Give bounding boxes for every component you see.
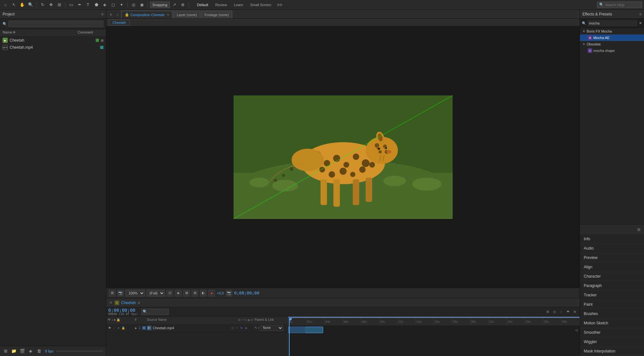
tab-layer[interactable]: Layer (none) — [173, 11, 200, 18]
project-new-icon[interactable]: ⊞ — [2, 348, 9, 355]
panel-item-paint[interactable]: Paint — [580, 300, 644, 309]
project-search-input[interactable] — [8, 21, 103, 27]
rotate-icon[interactable]: ↻ — [39, 1, 46, 8]
viewer-grid-icon[interactable]: ⊞ — [192, 290, 198, 296]
panel-item-tracker[interactable]: Tracker — [580, 291, 644, 300]
panel-item-wiggler[interactable]: Wiggler — [580, 337, 644, 347]
panel-item-character[interactable]: Character — [580, 272, 644, 281]
tl-icon-2[interactable]: ◎ — [552, 309, 557, 315]
tl-icon-5[interactable]: ⊕ — [572, 309, 578, 315]
layer-row-1[interactable]: 👁 ♪ ● 🔒 ▶ 1 ▶ Cheetah.mp4 — [106, 323, 288, 332]
tl-icon-4[interactable]: ❤ — [565, 309, 571, 315]
project-col-name-label: Name — [3, 30, 12, 34]
layer-parent-pen-icon[interactable]: ✎ — [255, 326, 257, 330]
tab-footage[interactable]: Footage (none) — [201, 11, 232, 18]
zoom-icon[interactable]: 🔍 — [27, 1, 34, 8]
text-icon[interactable]: T — [84, 1, 91, 8]
workspace-tab-learn[interactable]: Learn — [231, 2, 246, 7]
panel-item-motion-sketch[interactable]: Motion Sketch — [580, 319, 644, 328]
layer-expand-icon[interactable]: ▶ — [135, 327, 137, 330]
clone-icon[interactable]: ◈ — [101, 1, 108, 8]
tl-icon-1[interactable]: ⊞ — [545, 309, 551, 315]
project-folder-icon[interactable]: 📁 — [10, 348, 17, 355]
layer-audio-switch[interactable]: ♪ — [112, 326, 116, 330]
rect-icon[interactable]: ▭ — [68, 1, 75, 8]
svg-point-12 — [324, 160, 330, 166]
overflow-button[interactable]: >> — [276, 2, 284, 7]
panel-item-paragraph[interactable]: Paragraph — [580, 281, 644, 291]
brush-icon[interactable]: ⬟ — [93, 1, 100, 8]
eraser-icon[interactable]: ◻ — [110, 1, 117, 8]
viewer-snapshot-icon[interactable]: 📷 — [117, 290, 124, 296]
comp-tab-menu-icon[interactable]: ≡ — [167, 13, 169, 16]
layer-solo-switch[interactable]: ● — [117, 326, 120, 330]
puppet-icon[interactable]: ✦ — [118, 1, 125, 8]
panel-item-smoother[interactable]: Smoother — [580, 328, 644, 337]
tab-layer-label: Layer (none) — [177, 13, 197, 17]
home-icon[interactable]: ⌂ — [2, 1, 9, 8]
project-flow-icon[interactable]: ◈ — [27, 348, 34, 355]
effects-save-icon[interactable]: ⊞ — [636, 227, 641, 232]
viewer-fit-icon[interactable]: ⊞ — [109, 290, 115, 296]
viewer-resize-icon[interactable]: ⊡ — [167, 290, 173, 296]
project-item-cheetah-mp4[interactable]: MP4 Cheetah.mp4 — [0, 44, 106, 51]
hand-icon[interactable]: ✋ — [19, 1, 26, 8]
timeline-search-box[interactable]: 🔍 — [141, 309, 169, 315]
panel-item-audio[interactable]: Audio — [580, 244, 644, 253]
layer-misc-fx[interactable]: fx — [240, 326, 244, 330]
zoom-select[interactable]: 100% — [126, 290, 145, 296]
viewer-chan-icon[interactable]: ◐ — [200, 290, 207, 296]
search-help-input[interactable] — [605, 3, 637, 7]
project-item-cheetah[interactable]: ▶ Cheetah ⊞ — [0, 37, 106, 44]
panel-item-brushes[interactable]: Brushes — [580, 309, 644, 319]
workspace-tab-review[interactable]: Review — [212, 2, 230, 7]
tree-group-boris-header[interactable]: Boris FX Mocha — [580, 28, 644, 35]
select-icon[interactable]: ↖ — [10, 1, 17, 8]
panel-item-mask-interpolation[interactable]: Mask Interpolation — [580, 347, 644, 356]
close-tab-icon[interactable]: ✕ — [108, 11, 114, 18]
snapping-button[interactable]: Snapping — [150, 2, 170, 8]
grid-icon[interactable]: ⊞ — [56, 1, 63, 8]
viewer-safe-icon[interactable]: ⊠ — [183, 290, 190, 296]
track-playhead[interactable] — [289, 318, 290, 325]
layer-misc-cut[interactable]: ✂ — [235, 326, 239, 330]
workspace-tab-default[interactable]: Default — [194, 2, 212, 7]
layer-eye-switch[interactable]: 👁 — [108, 326, 111, 330]
roto-icon[interactable]: ◎ — [130, 1, 137, 8]
comp-tab-cheetah[interactable]: 🔒 Composition Cheetah ≡ — [121, 11, 173, 18]
mocha-shape-label: mocha shape — [593, 49, 615, 53]
viewer-camera-icon[interactable]: 📷 — [226, 290, 232, 296]
project-bottom-bar: ⊞ 📁 🎬 ◈ 🗑 8 bpc — [0, 346, 106, 356]
comp-home-icon[interactable]: ⌂ — [115, 11, 120, 18]
project-menu-icon[interactable]: ≡ — [101, 12, 103, 16]
pin-icon[interactable]: ⊕ — [179, 1, 187, 8]
search-help-box[interactable]: 🔍 — [597, 2, 642, 8]
layer-misc-stencil[interactable]: ⊞ — [231, 326, 235, 330]
motion-icon[interactable]: ↗ — [171, 1, 178, 8]
camera-icon[interactable]: ◉ — [138, 1, 145, 8]
timeline-close-icon[interactable]: ✕ — [109, 301, 113, 305]
quality-select[interactable]: (Full) — [147, 290, 165, 296]
effects-menu-icon[interactable]: ≡ — [639, 12, 641, 16]
workspace-tab-small[interactable]: Small Screen — [247, 2, 274, 7]
layer-misc-pin[interactable]: ◉ — [244, 326, 248, 330]
layer-lock-switch[interactable]: 🔒 — [121, 326, 125, 330]
timeline-menu-icon[interactable]: ≡ — [138, 301, 140, 305]
viewer-toggle-icon[interactable]: ◈ — [175, 290, 181, 296]
viewer-color-icon[interactable]: ● — [208, 290, 215, 296]
tree-item-mocha-shape[interactable]: ⊞ mocha shape — [580, 47, 644, 54]
tree-item-mocha-ae[interactable]: ⊞ Mocha AE — [580, 35, 644, 41]
pen-icon[interactable]: ✒ — [76, 1, 83, 8]
effects-search-clear[interactable]: ✕ — [639, 21, 642, 25]
effects-search-input[interactable] — [588, 20, 638, 26]
timeline-search-input[interactable] — [148, 310, 167, 314]
tree-group-obsolete-header[interactable]: Obsolete — [580, 41, 644, 47]
panel-item-align[interactable]: Align — [580, 262, 644, 272]
tl-icon-3[interactable]: ↕ — [558, 309, 564, 315]
panel-item-preview[interactable]: Preview — [580, 253, 644, 262]
layer-parent-select[interactable]: None — [261, 325, 283, 331]
project-trash-icon[interactable]: 🗑 — [35, 348, 43, 355]
panel-item-info[interactable]: Info — [580, 234, 644, 244]
move-icon[interactable]: ✥ — [47, 1, 54, 8]
project-footage-icon[interactable]: 🎬 — [19, 348, 26, 355]
